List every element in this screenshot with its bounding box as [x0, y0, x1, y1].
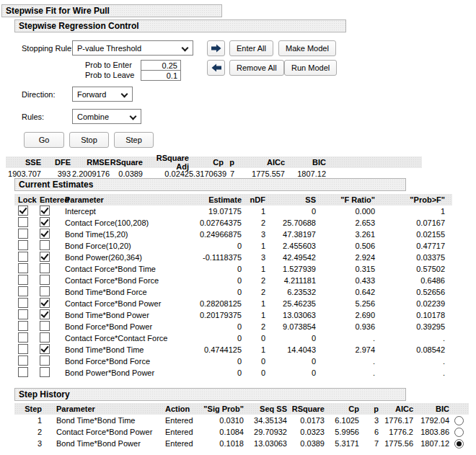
entered-checkbox[interactable]	[40, 263, 50, 273]
estimate-value: 0	[193, 242, 242, 250]
entered-checkbox[interactable]	[40, 217, 50, 227]
outline-title-regression-control[interactable]: Stepwise Regression Control	[14, 19, 346, 32]
lock-checkbox[interactable]	[18, 240, 28, 250]
lock-checkbox[interactable]	[18, 217, 28, 227]
f-ratio-value: .	[316, 357, 375, 366]
rsquare-value: 0.0389	[287, 439, 325, 448]
estimate-row: Bond Power(260,364)-0.1118375342.495422.…	[14, 252, 452, 263]
outline-title-step-history[interactable]: Step History	[14, 388, 406, 401]
outline-title-stepwise-fit[interactable]: Stepwise Fit for Wire Pull	[1, 4, 222, 17]
rsquare-value: 0.0173	[287, 416, 325, 425]
stat-value: 1807.12	[285, 169, 326, 178]
lock-checkbox[interactable]	[18, 309, 28, 319]
outline-title-current-estimates[interactable]: Current Estimates	[14, 178, 406, 191]
run-model-button[interactable]: Run Model	[284, 60, 337, 76]
stop-button[interactable]: Stop	[69, 132, 109, 148]
enter-arrow-button[interactable]	[207, 40, 225, 56]
entered-checkbox[interactable]	[40, 344, 50, 354]
stat-value: 1903.707	[6, 169, 41, 178]
step-number: 3	[14, 439, 42, 448]
parameter-label: Bond Power*Bond Power	[58, 368, 193, 377]
estimate-row: Bond Time*Bond Power0.20179375113.030632…	[14, 309, 452, 321]
lock-checkbox[interactable]	[18, 321, 28, 331]
estimate-value: 0	[193, 357, 242, 366]
entered-cell	[35, 240, 58, 252]
prob-f-value: 0.52656	[375, 288, 445, 296]
entered-checkbox[interactable]	[40, 229, 50, 239]
f-ratio-value: 2.974	[316, 345, 375, 354]
entered-checkbox[interactable]	[40, 275, 50, 285]
column-header: Lock	[14, 195, 35, 204]
sig-prob-value: 0.1018	[203, 439, 244, 448]
direction-label: Direction:	[22, 90, 55, 99]
column-header: Entered	[35, 195, 58, 204]
lock-checkbox[interactable]	[18, 275, 28, 285]
remove-all-button[interactable]: Remove All	[229, 60, 284, 76]
prob-f-value: 0.6486	[375, 276, 445, 285]
seq-ss-value: 29.70932	[244, 428, 287, 436]
step-select-radio[interactable]	[454, 416, 464, 425]
step-select-radio[interactable]	[454, 428, 464, 437]
lock-checkbox[interactable]	[18, 263, 28, 273]
lock-checkbox[interactable]	[18, 252, 28, 262]
make-model-button[interactable]: Make Model	[278, 40, 336, 56]
entered-checkbox[interactable]	[40, 355, 50, 366]
lock-checkbox[interactable]	[18, 344, 28, 354]
estimate-value: 0	[193, 276, 242, 285]
entered-checkbox[interactable]	[40, 252, 50, 262]
column-header: Parameter	[58, 195, 193, 204]
ss-value: 2.455603	[265, 242, 316, 250]
f-ratio-value: 0.642	[316, 288, 375, 296]
parameter-label: Contact Force*Contact Force	[58, 334, 193, 343]
entered-checkbox[interactable]	[40, 309, 50, 319]
direction-select[interactable]: Forward	[72, 87, 133, 102]
stat-value: 393	[41, 169, 71, 178]
lock-checkbox[interactable]	[18, 286, 28, 296]
f-ratio-value: 2.690	[316, 311, 375, 319]
prob-f-value: 0.39295	[375, 322, 445, 331]
lock-checkbox[interactable]	[18, 367, 28, 377]
rules-label: Rules:	[22, 112, 44, 121]
lock-checkbox[interactable]	[18, 332, 28, 343]
entered-checkbox[interactable]	[40, 286, 50, 296]
ss-value: 1.527939	[265, 265, 316, 273]
step-history-row: 2Contact Force*Bond PowerEntered0.108429…	[14, 426, 469, 438]
stat-header: BIC	[285, 158, 326, 167]
radio-cell	[449, 416, 469, 425]
stat-value: 0.0242	[143, 169, 189, 178]
lock-checkbox[interactable]	[18, 206, 28, 216]
rules-select[interactable]: Combine	[72, 109, 141, 124]
prob-to-leave-field[interactable]: 0.1	[141, 70, 181, 81]
lock-checkbox[interactable]	[18, 298, 28, 308]
estimate-value: 0.02764375	[193, 218, 242, 227]
stopping-rule-select[interactable]: P-value Threshold	[72, 40, 193, 56]
remove-arrow-button[interactable]	[207, 60, 225, 76]
sig-prob-value: 0.0310	[203, 416, 244, 425]
ss-value: 9.073854	[265, 322, 316, 331]
entered-checkbox[interactable]	[40, 206, 50, 216]
entered-checkbox[interactable]	[40, 240, 50, 250]
ss-value: 42.49542	[265, 253, 316, 262]
estimate-row: Bond Power*Bond Power000..	[14, 367, 452, 379]
prob-f-value: 0.03375	[375, 253, 445, 262]
step-select-radio[interactable]	[454, 439, 464, 449]
enter-all-button[interactable]: Enter All	[229, 40, 273, 56]
entered-cell	[35, 252, 58, 263]
step-number: 2	[14, 428, 42, 436]
prob-f-value: .	[375, 334, 445, 343]
entered-cell	[35, 309, 58, 321]
go-button[interactable]: Go	[24, 132, 64, 148]
entered-checkbox[interactable]	[40, 298, 50, 308]
estimate-row: Bond Force*Bond Power029.0738540.9360.39…	[14, 321, 452, 332]
ss-value: 6.23532	[265, 288, 316, 296]
entered-checkbox[interactable]	[40, 321, 50, 331]
entered-checkbox[interactable]	[40, 332, 50, 343]
lock-checkbox[interactable]	[18, 355, 28, 366]
lock-checkbox[interactable]	[18, 229, 28, 239]
f-ratio-value: 3.261	[316, 230, 375, 239]
entered-checkbox[interactable]	[40, 367, 50, 377]
lock-cell	[14, 229, 35, 240]
ndf-value: 2	[242, 288, 265, 296]
step-button[interactable]: Step	[114, 132, 154, 148]
prob-to-enter-field[interactable]: 0.25	[141, 60, 181, 71]
